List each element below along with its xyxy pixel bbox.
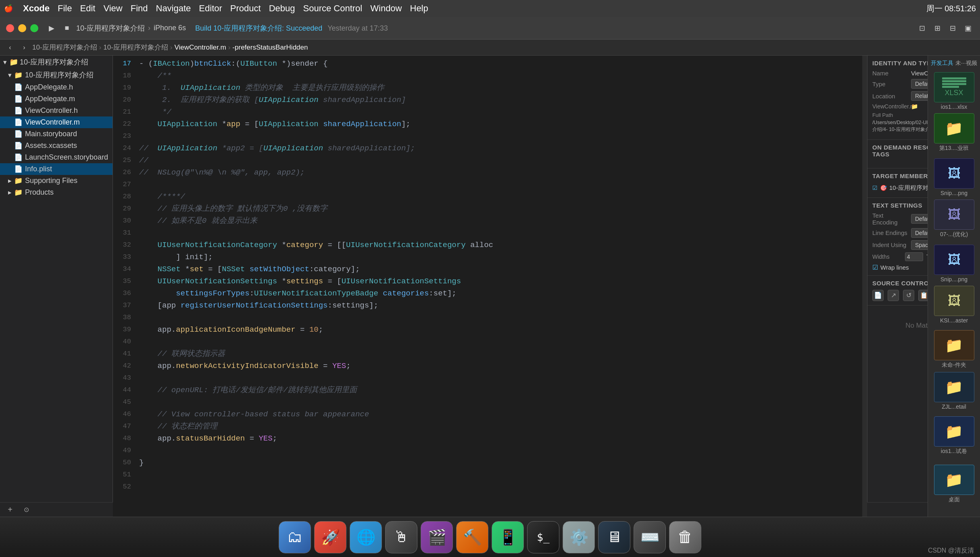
- nav-label: 📁: [9, 58, 18, 67]
- layout-btn-1[interactable]: ⊡: [916, 22, 928, 34]
- dock-finder[interactable]: 🗂: [279, 521, 311, 553]
- nav-file-appdelegate-m[interactable]: 📄 AppDelegate.m: [0, 93, 113, 105]
- thumb-label-video: 未···视频: [955, 60, 977, 67]
- code-line: [139, 336, 858, 348]
- code-line: [139, 227, 858, 239]
- maximize-button[interactable]: [30, 24, 38, 32]
- code-line: [139, 179, 858, 191]
- menu-source-control[interactable]: Source Control: [303, 3, 363, 14]
- tab-width-input[interactable]: [905, 252, 923, 261]
- code-line: [139, 396, 858, 408]
- wrap-lines-label: Wrap lines: [880, 264, 909, 271]
- nav-item-project[interactable]: ▾ 📁 10-应用程序对象介绍: [0, 56, 113, 69]
- editor-scrollbar[interactable]: [862, 56, 867, 517]
- location-label: Location: [872, 93, 909, 100]
- menu-file[interactable]: File: [58, 3, 72, 14]
- sc-button-2[interactable]: ↗: [888, 290, 899, 301]
- nav-file-launchscreen[interactable]: 📄 LaunchScreen.storyboard: [0, 152, 113, 163]
- code-line: settingsForTypes:UIUserNotificationTypeB…: [139, 287, 858, 299]
- traffic-lights: [6, 24, 38, 32]
- device-label: iPhone 6s: [154, 24, 186, 32]
- dock-launchpad[interactable]: 🚀: [314, 521, 346, 553]
- close-button[interactable]: [6, 24, 14, 32]
- run-button[interactable]: ▶: [46, 22, 58, 34]
- nav-group-1[interactable]: ▾ 📁 10-应用程序对象介绍: [0, 69, 113, 81]
- stop-button[interactable]: ■: [61, 22, 73, 34]
- thumb-folder-blue-label: ios1...试卷: [932, 448, 976, 455]
- minimize-button[interactable]: [18, 24, 26, 32]
- code-line: // View controller-based status bar appe…: [139, 408, 858, 420]
- code-line: /****/: [139, 191, 858, 203]
- breadcrumb-item-3[interactable]: ViewController.m: [175, 44, 226, 52]
- thumb-png-4[interactable]: 🖼 KSI....aster: [932, 286, 976, 324]
- menu-xcode[interactable]: Xcode: [23, 3, 50, 14]
- nav-file-appdelegate-h[interactable]: 📄 AppDelegate.h: [0, 81, 113, 93]
- dock-system-prefs[interactable]: ⚙️: [563, 521, 595, 553]
- code-line: // 联网状态指示器: [139, 348, 858, 360]
- nav-group-products[interactable]: ▸ 📁 Products: [0, 187, 113, 198]
- dock-terminal[interactable]: $_: [527, 521, 559, 553]
- menu-navigate[interactable]: Navigate: [156, 3, 191, 14]
- nav-file-mainstoryboard[interactable]: 📄 Main.storyboard: [0, 128, 113, 140]
- nav-file-viewcontroller-h[interactable]: 📄 ViewController.h: [0, 105, 113, 116]
- layout-btn-3[interactable]: ⊟: [947, 22, 959, 34]
- thumb-png-2[interactable]: 🖼 07-...(优化): [932, 200, 976, 238]
- menu-product[interactable]: Product: [230, 3, 261, 14]
- nav-label-text: 10-应用程序对象介绍: [20, 57, 88, 67]
- thumb-folder-orange[interactable]: 📁 未命-件夹: [932, 330, 976, 369]
- nav-back[interactable]: ‹: [4, 42, 16, 54]
- menu-find[interactable]: Find: [131, 3, 148, 14]
- code-editor[interactable]: 17 18 19 20 21 22 23 24 25 26 27 28 29 3…: [113, 56, 867, 517]
- menu-debug[interactable]: Debug: [269, 3, 295, 14]
- menu-help[interactable]: Help: [410, 3, 428, 14]
- code-line: ] init];: [139, 251, 858, 263]
- thumb-folder-dark[interactable]: 📁 ZJL...etail: [932, 372, 976, 410]
- code-content[interactable]: - (IBAction)btnClick:(UIButton *)sender …: [135, 56, 862, 517]
- dock-iphone[interactable]: 📱: [492, 521, 524, 553]
- menu-view[interactable]: View: [103, 3, 122, 14]
- thumb-folder-desktop[interactable]: 📁 桌面: [932, 465, 976, 503]
- breadcrumb-item-4[interactable]: -prefersStatusBarHidden: [232, 44, 308, 52]
- code-line: - (IBAction)btnClick:(UIButton *)sender …: [139, 58, 858, 70]
- nav-group-supporting[interactable]: ▸ 📁 Supporting Files: [0, 175, 113, 187]
- code-line: [139, 445, 858, 457]
- breadcrumb-item-2[interactable]: 10-应用程序对象介绍: [103, 43, 168, 52]
- menu-editor[interactable]: Editor: [199, 3, 222, 14]
- add-file-button[interactable]: +: [4, 504, 16, 516]
- file-thumbnails: 开发工具 未···视频 XLSX ios1....xlsx 📁 第13....业…: [928, 56, 980, 517]
- filter-button[interactable]: ⊙: [20, 504, 32, 516]
- wrap-checkbox-icon: ☑: [872, 264, 878, 271]
- code-line: /**: [139, 70, 858, 82]
- sc-button-3[interactable]: ↺: [903, 290, 914, 301]
- sc-button-1[interactable]: 📄: [872, 290, 884, 301]
- dock-display[interactable]: 🖥: [598, 521, 630, 553]
- code-line: // 如果不是0 就会显示出来: [139, 215, 858, 227]
- target-checkbox-check: ☑: [872, 185, 878, 191]
- thumb-folder-green[interactable]: 📁 第13....业班: [932, 113, 976, 152]
- thumb-xlsx[interactable]: XLSX ios1....xlsx: [932, 72, 976, 110]
- layout-btn-2[interactable]: ⊞: [931, 22, 943, 34]
- thumb-folder-blue[interactable]: 📁 ios1...试卷: [932, 416, 976, 455]
- code-line: app.applicationIconBadgeNumber = 10;: [139, 324, 858, 336]
- nav-file-label: LaunchScreen.storyboard: [25, 153, 108, 162]
- nav-file-infoplist[interactable]: 📄 Info.plist: [0, 163, 113, 175]
- nav-file-label: Main.storyboard: [25, 130, 77, 138]
- dock-trash[interactable]: 🗑: [669, 521, 701, 553]
- thumb-png-1[interactable]: 🖼 Snip....png: [932, 158, 976, 196]
- apple-menu[interactable]: 🍎: [4, 4, 13, 13]
- menu-time: 周一 08:51:26: [926, 3, 976, 14]
- dock-tools[interactable]: 🔨: [456, 521, 488, 553]
- thumb-png-3[interactable]: 🖼 Snip....png: [932, 245, 976, 283]
- dock-mouse[interactable]: 🖱: [385, 521, 417, 553]
- menu-window[interactable]: Window: [370, 3, 402, 14]
- menu-edit[interactable]: Edit: [80, 3, 95, 14]
- dock-video[interactable]: 🎬: [421, 521, 453, 553]
- dock-safari[interactable]: 🌐: [350, 521, 382, 553]
- nav-file-viewcontroller-m[interactable]: 📄 ViewController.m: [0, 116, 113, 128]
- layout-btn-4[interactable]: ▣: [962, 22, 974, 34]
- nav-file-assets[interactable]: 📄 Assets.xcassets: [0, 140, 113, 152]
- dock-keyboard[interactable]: ⌨️: [634, 521, 666, 553]
- nav-forward[interactable]: ›: [18, 42, 30, 54]
- path-reveal-button[interactable]: 📁: [911, 103, 918, 110]
- breadcrumb-item-1[interactable]: 10-应用程序对象介绍: [32, 43, 97, 52]
